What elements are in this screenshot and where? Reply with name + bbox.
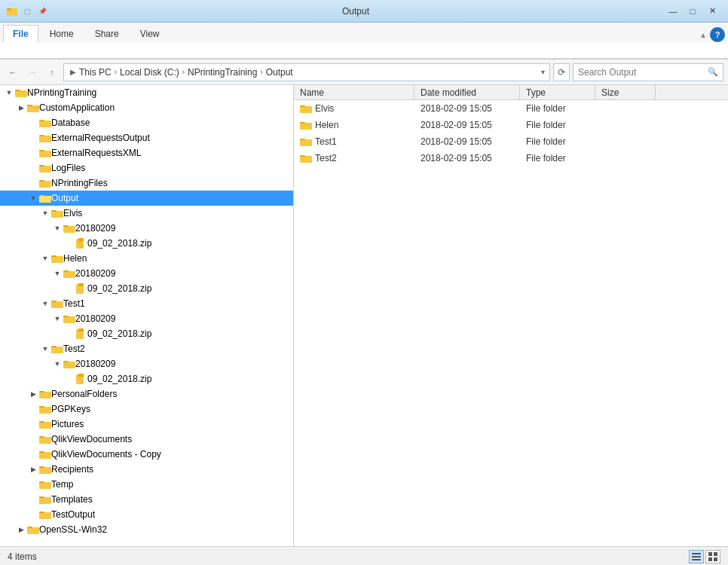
address-path[interactable]: ▶ This PC › Local Disk (C:) › NPrintingT…	[63, 63, 550, 81]
tree-item-pgpkeys[interactable]: PGPKeys	[0, 402, 293, 417]
folder-icon	[39, 419, 51, 429]
svg-rect-45	[39, 391, 44, 392]
window-controls[interactable]: — □ ✕	[663, 4, 722, 19]
tree-item-extreqxml[interactable]: ExternalRequestsXML	[0, 145, 293, 160]
tree-label-test120180209: 20180209	[75, 313, 115, 324]
back-button[interactable]: ←	[5, 64, 21, 81]
up-button[interactable]: ↑	[44, 64, 60, 81]
forward-button[interactable]: →	[24, 64, 41, 81]
path-local-disk[interactable]: Local Disk (C:)	[120, 67, 179, 78]
folder-icon	[39, 148, 51, 158]
file-cell-name-test1: Test1	[294, 133, 414, 150]
svg-rect-29	[63, 270, 69, 272]
expand-icon[interactable]: ▼	[27, 192, 39, 204]
expand-icon[interactable]: ▼	[3, 87, 15, 99]
tree-item-database[interactable]: Database	[0, 115, 293, 130]
expand-icon[interactable]: ▼	[51, 267, 63, 279]
tree-item-elvis[interactable]: ▼ Elvis	[0, 206, 293, 221]
expand-icon[interactable]: ▼	[39, 207, 51, 219]
col-header-name[interactable]: Name	[294, 85, 414, 99]
tree-label-extreqxml: ExternalRequestsXML	[51, 148, 141, 158]
expand-icon[interactable]: ▼	[51, 358, 63, 370]
help-button[interactable]: ?	[710, 27, 725, 42]
tree-item-openssl[interactable]: ▶ OpenSSL-Win32	[0, 522, 293, 537]
tree-item-logfiles[interactable]: LogFiles	[0, 160, 293, 176]
tree-item-custom[interactable]: ▶ CustomApplication	[0, 100, 293, 115]
path-nprinting[interactable]: NPrintingTraining	[188, 67, 257, 78]
ribbon-expand-icon[interactable]: ▲	[699, 31, 707, 39]
view-large-icons-button[interactable]	[705, 550, 720, 563]
tree-item-output[interactable]: ▼ Output	[0, 191, 293, 206]
expand-icon[interactable]: ▼	[51, 222, 63, 234]
tree-item-test1[interactable]: ▼ Test1	[0, 296, 293, 311]
tree-item-nprinting[interactable]: ▼ NPrintingTraining	[0, 85, 293, 100]
svg-rect-22	[63, 225, 69, 227]
tree-item-temp[interactable]: Temp	[0, 477, 293, 492]
tree-label-recipients: Recipients	[51, 464, 93, 475]
tree-item-qlikview[interactable]: QlikViewDocuments	[0, 432, 293, 447]
tree-item-test2-zip[interactable]: 09_02_2018.zip	[0, 371, 293, 386]
tree-item-test2[interactable]: ▼ Test2	[0, 341, 293, 356]
search-box[interactable]: 🔍	[573, 63, 723, 81]
svg-rect-40	[63, 362, 75, 368]
tree-item-templates[interactable]: Templates	[0, 492, 293, 507]
tree-item-helen-zip[interactable]: 09_02_2018.zip	[0, 281, 293, 296]
tab-file[interactable]: File	[3, 25, 38, 42]
path-this-pc[interactable]: This PC	[79, 67, 112, 78]
close-button[interactable]: ✕	[702, 4, 722, 19]
tree-item-elvis-zip[interactable]: 09_02_2018.zip	[0, 236, 293, 251]
tree-item-test220180209[interactable]: ▼ 20180209	[0, 356, 293, 371]
expand-icon[interactable]: ▶	[15, 102, 27, 114]
expand-icon[interactable]: ▼	[39, 252, 51, 264]
folder-icon	[63, 268, 75, 279]
col-header-type[interactable]: Type	[520, 85, 595, 99]
svg-rect-70	[300, 156, 312, 163]
svg-rect-15	[39, 181, 51, 188]
tree-item-test1-zip[interactable]: 09_02_2018.zip	[0, 326, 293, 341]
tree-item-test120180209[interactable]: ▼ 20180209	[0, 311, 293, 326]
path-dropdown-icon[interactable]: ▾	[541, 68, 545, 76]
folder-icon	[63, 223, 75, 234]
svg-rect-18	[39, 195, 44, 197]
tab-home[interactable]: Home	[40, 25, 84, 42]
svg-rect-51	[39, 436, 44, 438]
svg-rect-54	[39, 467, 51, 474]
tree-item-npfiles[interactable]: NPrintingFiles	[0, 176, 293, 191]
file-row-test2[interactable]: Test2 2018-02-09 15:05 File folder	[294, 150, 728, 166]
tree-item-extreqout[interactable]: ExternalRequestsOutput	[0, 130, 293, 145]
maximize-button[interactable]: □	[683, 4, 702, 19]
svg-rect-27	[51, 255, 57, 257]
file-row-elvis[interactable]: Elvis 2018-02-09 15:05 File folder	[294, 100, 728, 117]
window-title: Output	[48, 6, 663, 17]
view-buttons[interactable]	[689, 550, 720, 563]
tree-item-qlikcopy[interactable]: QlikViewDocuments - Copy	[0, 447, 293, 462]
expand-icon[interactable]: ▼	[39, 343, 51, 355]
tree-item-elvis20180209[interactable]: ▼ 20180209	[0, 221, 293, 236]
tree-item-personal[interactable]: ▶ PersonalFolders	[0, 386, 293, 402]
file-cell-type-helen: File folder	[520, 117, 595, 133]
refresh-button[interactable]: ⟳	[553, 63, 570, 81]
view-details-button[interactable]	[689, 550, 704, 563]
minimize-button[interactable]: —	[663, 4, 683, 19]
tab-share[interactable]: Share	[85, 25, 129, 42]
tree-item-testoutput[interactable]: TestOutput	[0, 507, 293, 522]
expand-icon[interactable]: ▶	[15, 524, 27, 536]
file-row-helen[interactable]: Helen 2018-02-09 15:05 File folder	[294, 117, 728, 133]
tree-item-recipients[interactable]: ▶ Recipients	[0, 462, 293, 477]
search-input[interactable]	[578, 67, 708, 78]
folder-icon	[39, 494, 51, 505]
tree-item-helen[interactable]: ▼ Helen	[0, 251, 293, 266]
path-output[interactable]: Output	[266, 67, 293, 78]
svg-rect-75	[708, 552, 712, 556]
file-row-test1[interactable]: Test1 2018-02-09 15:05 File folder	[294, 133, 728, 150]
expand-icon[interactable]: ▶	[27, 388, 39, 400]
search-icon[interactable]: 🔍	[708, 67, 718, 77]
expand-icon[interactable]: ▶	[27, 463, 39, 475]
col-header-date[interactable]: Date modified	[414, 85, 520, 99]
tab-view[interactable]: View	[130, 25, 170, 42]
tree-item-helen20180209[interactable]: ▼ 20180209	[0, 266, 293, 281]
expand-icon[interactable]: ▼	[39, 298, 51, 310]
tree-item-pictures[interactable]: Pictures	[0, 417, 293, 432]
col-header-size[interactable]: Size	[595, 85, 656, 99]
expand-icon[interactable]: ▼	[51, 313, 63, 325]
